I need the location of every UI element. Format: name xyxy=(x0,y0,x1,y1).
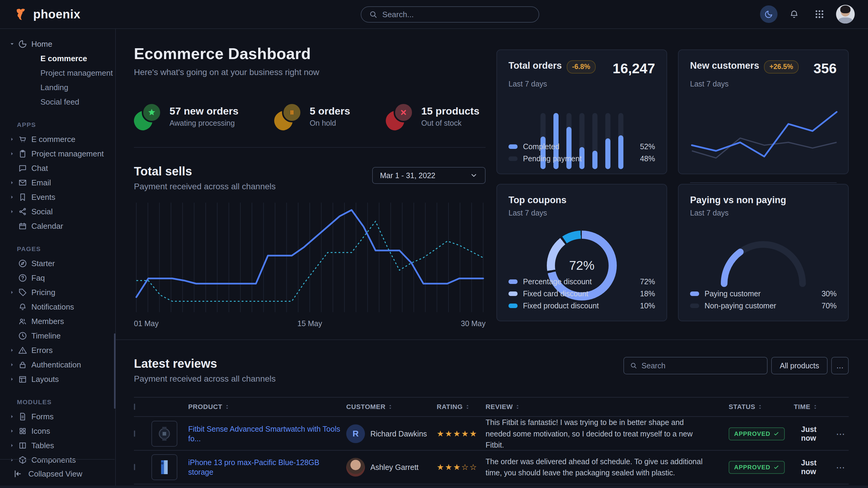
legend-value: 10% xyxy=(640,301,655,310)
reviews-menu-button[interactable]: ... xyxy=(831,357,849,375)
product-link[interactable]: iPhone 13 pro max-Pacific Blue-128GB sto… xyxy=(188,458,319,477)
status-label: APPROVED xyxy=(734,430,770,437)
column-header-rating[interactable]: RATING xyxy=(437,403,486,411)
review-text: The order was delivered ahead of schedul… xyxy=(486,456,728,479)
collapse-view-label: Collapsed View xyxy=(28,469,82,479)
sidebar-subitem-landing[interactable]: Landing xyxy=(0,80,115,95)
date-range-select[interactable]: Mar 1 - 31, 2022 xyxy=(372,167,486,184)
top-coupons-card: Top coupons Last 7 days 72% Percentage d… xyxy=(496,184,667,321)
star-glyph xyxy=(147,108,156,117)
product-thumb-cell xyxy=(151,454,188,480)
sidebar-subitem-social-feed[interactable]: Social feed xyxy=(0,95,115,109)
product-link[interactable]: Fitbit Sense Advanced Smartwatch with To… xyxy=(188,425,340,443)
all-products-button[interactable]: All products xyxy=(771,357,828,375)
envelope-icon xyxy=(18,178,31,187)
legend-value: 48% xyxy=(640,154,655,163)
star-icon xyxy=(142,102,162,122)
sidebar-item-notifications[interactable]: Notifications xyxy=(0,300,115,314)
sidebar-item-tables[interactable]: Tables xyxy=(0,438,115,453)
sidebar-item-errors[interactable]: Errors xyxy=(0,343,115,357)
column-header-status[interactable]: STATUS xyxy=(728,403,794,411)
users-icon xyxy=(18,317,27,326)
collapse-view-button[interactable]: Collapsed View xyxy=(0,459,115,488)
legend-label: Fixed card discount xyxy=(523,289,588,298)
row-menu-button[interactable]: ⋯ xyxy=(830,462,851,473)
compass-icon xyxy=(18,259,31,268)
global-search-input[interactable] xyxy=(382,10,531,19)
global-search[interactable] xyxy=(361,6,539,23)
product-cell: iPhone 13 pro max-Pacific Blue-128GB sto… xyxy=(188,458,346,477)
horizontal-scrollbar[interactable] xyxy=(0,486,868,488)
sidebar-item-forms[interactable]: Forms xyxy=(0,409,115,424)
coupons-legend: Percentage discount72%Fixed card discoun… xyxy=(508,275,655,312)
share-icon xyxy=(18,207,31,216)
sidebar-item-faq[interactable]: Faq xyxy=(0,271,115,285)
column-header-time[interactable]: TIME xyxy=(794,403,830,411)
table-row[interactable]: Fitbit Sense Advanced Smartwatch with To… xyxy=(134,417,849,451)
row-checkbox[interactable] xyxy=(134,430,135,437)
sidebar-item-authentication[interactable]: Authentication xyxy=(0,357,115,372)
sidebar-item-e-commerce[interactable]: E commerce xyxy=(0,132,115,147)
row-menu-button[interactable]: ⋯ xyxy=(830,429,851,439)
sidebar-item-icons[interactable]: Icons xyxy=(0,424,115,438)
stat-text: 57 new ordersAwating processing xyxy=(169,105,239,128)
table-row[interactable]: iPhone 13 pro max-Pacific Blue-128GB sto… xyxy=(134,451,849,484)
reviews-search[interactable] xyxy=(623,357,768,375)
row-checkbox[interactable] xyxy=(134,464,135,470)
sort-icon xyxy=(225,404,229,410)
caret-right-icon xyxy=(9,151,15,157)
sidebar-item-home[interactable]: Home xyxy=(0,37,115,51)
column-header-review[interactable]: REVIEW xyxy=(486,403,728,411)
sidebar-item-label: Faq xyxy=(31,273,45,283)
pie-chart-icon xyxy=(18,39,31,48)
sidebar-item-project-management[interactable]: Project management xyxy=(0,147,115,161)
sidebar-item-label: Errors xyxy=(31,346,53,355)
apps-grid-button[interactable] xyxy=(811,5,828,23)
caret-right-icon xyxy=(9,362,18,368)
sidebar-item-starter[interactable]: Starter xyxy=(0,256,115,271)
sidebar-item-events[interactable]: Events xyxy=(0,190,115,204)
notifications-button[interactable] xyxy=(785,5,803,23)
file-text-icon xyxy=(18,412,27,421)
column-label: TIME xyxy=(794,403,810,411)
total-sells-title: Total sells xyxy=(134,165,276,178)
status-label: APPROVED xyxy=(734,464,770,471)
stat-caption: Out of stock xyxy=(421,119,479,128)
customer-cell[interactable]: RRichard Dawkins xyxy=(346,424,437,443)
sidebar-nav: HomeE commerceProject managementLandingS… xyxy=(0,29,116,488)
theme-toggle-button[interactable] xyxy=(760,5,777,23)
sidebar-item-chat[interactable]: Chat xyxy=(0,161,115,175)
sidebar-item-calendar[interactable]: Calendar xyxy=(0,219,115,233)
share-icon xyxy=(18,207,27,216)
customer-cell[interactable]: Ashley Garrett xyxy=(346,458,437,477)
sidebar-item-label: Layouts xyxy=(31,375,59,384)
user-avatar[interactable] xyxy=(836,5,855,24)
sidebar-item-members[interactable]: Members xyxy=(0,314,115,329)
legend-row: Pending payment48% xyxy=(508,153,655,165)
reviews-search-input[interactable] xyxy=(642,361,761,370)
product-cell: Fitbit Sense Advanced Smartwatch with To… xyxy=(188,424,346,444)
pause-icon xyxy=(282,102,302,122)
thumb-watch-image xyxy=(156,426,173,442)
sidebar-item-layouts[interactable]: Layouts xyxy=(0,372,115,386)
sidebar-item-pricing[interactable]: Pricing xyxy=(0,285,115,300)
product-thumbnail[interactable] xyxy=(151,454,177,480)
sidebar-item-timeline[interactable]: Timeline xyxy=(0,329,115,343)
sidebar-scrollbar[interactable] xyxy=(114,333,116,409)
x-tick: 30 May xyxy=(461,319,486,328)
product-thumbnail[interactable] xyxy=(151,421,177,447)
total-orders-value: 16,247 xyxy=(613,60,655,76)
column-header-customer[interactable]: CUSTOMER xyxy=(346,403,437,411)
select-all-checkbox[interactable] xyxy=(134,403,135,410)
sidebar-subitem-project-management[interactable]: Project management xyxy=(0,66,115,80)
total-sells-svg xyxy=(134,202,486,314)
bookmark-icon xyxy=(18,193,31,202)
sidebar-item-email[interactable]: Email xyxy=(0,175,115,190)
brand-logo[interactable]: phoenix xyxy=(14,7,81,21)
clipboard-icon xyxy=(18,149,27,158)
sidebar-subitem-e-commerce[interactable]: E commerce xyxy=(0,51,115,66)
sidebar-item-social[interactable]: Social xyxy=(0,204,115,219)
status-cell: APPROVED xyxy=(728,427,794,441)
column-header-product[interactable]: PRODUCT xyxy=(188,403,346,411)
sidebar-item-label: Calendar xyxy=(31,222,63,231)
